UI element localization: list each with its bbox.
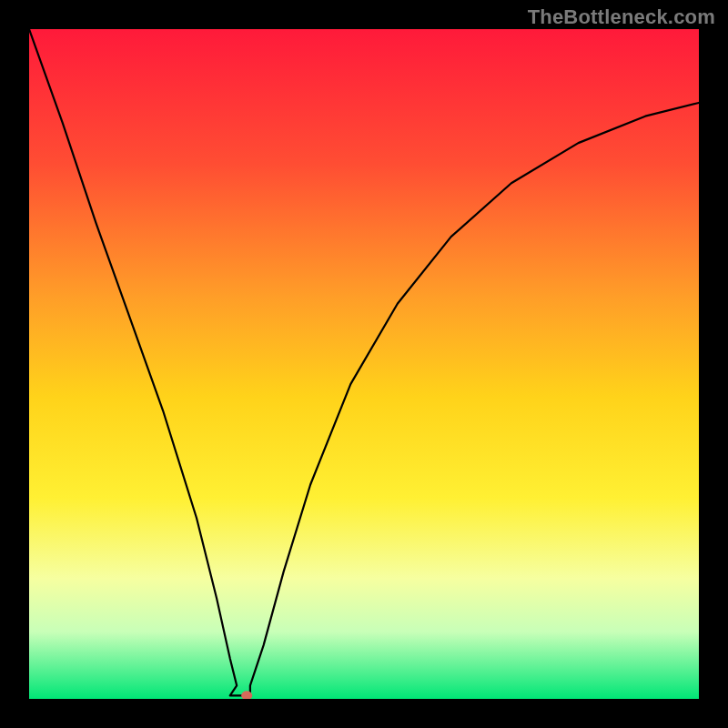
chart-background <box>29 29 699 699</box>
plot-area <box>29 29 699 699</box>
chart-svg <box>29 29 699 699</box>
watermark-text: TheBottleneck.com <box>528 5 715 29</box>
chart-frame: TheBottleneck.com <box>0 0 728 728</box>
